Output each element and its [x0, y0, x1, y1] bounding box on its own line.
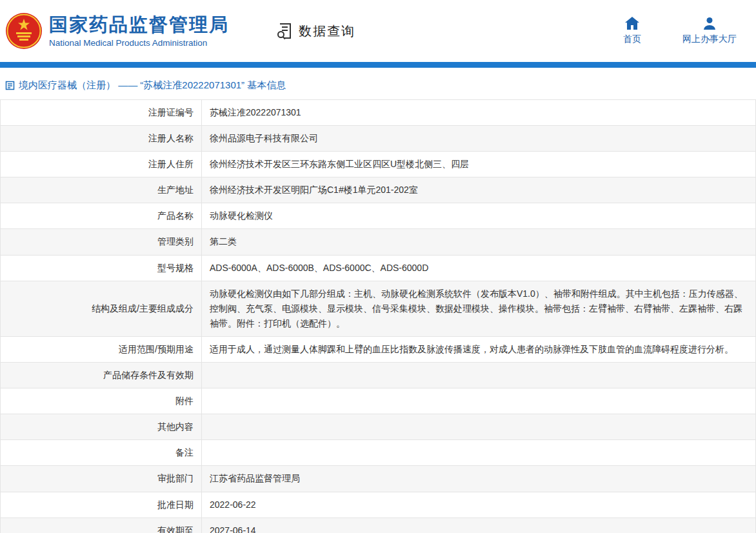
nav-service-hall-label: 网上办事大厅: [682, 34, 737, 45]
row-value: 徐州品源电子科技有限公司: [202, 126, 756, 152]
header-divider-bar: [0, 62, 756, 68]
row-label: 其他内容: [1, 414, 202, 440]
row-value: 适用于成人，通过测量人体脚踝和上臂的血压比指数及脉波传播速度，对成人患者的动脉弹…: [202, 336, 756, 362]
table-row: 适用范围/预期用途 适用于成人，通过测量人体脚踝和上臂的血压比指数及脉波传播速度…: [1, 336, 756, 362]
row-value: [202, 440, 756, 466]
nav-home-label: 首页: [623, 34, 641, 45]
row-value: 动脉硬化检测仪由如下几部分组成：主机、动脉硬化检测系统软件（发布版本V1.0）、…: [202, 281, 756, 336]
row-label: 审批部门: [1, 466, 202, 492]
table-row: 批准日期 2022-06-22: [1, 492, 756, 518]
table-row: 型号规格 ADS-6000A、ADS-6000B、ADS-6000C、ADS-6…: [1, 255, 756, 281]
table-row: 结构及组成/主要组成成分 动脉硬化检测仪由如下几部分组成：主机、动脉硬化检测系统…: [1, 281, 756, 336]
data-query-tab[interactable]: 数据查询: [275, 22, 355, 40]
row-label: 产品名称: [1, 203, 202, 229]
document-icon: [5, 81, 15, 90]
data-query-icon: [275, 22, 293, 40]
top-nav: 首页 网上办事大厅: [613, 17, 737, 45]
table-row: 产品名称 动脉硬化检测仪: [1, 203, 756, 229]
row-label: 注册人住所: [1, 152, 202, 177]
row-label: 适用范围/预期用途: [1, 336, 202, 362]
user-icon: [703, 17, 716, 30]
national-emblem-logo: [5, 12, 43, 50]
row-label: 批准日期: [1, 492, 202, 518]
row-label: 结构及组成/主要组成成分: [1, 281, 202, 336]
row-value: 2027-06-14: [202, 518, 756, 533]
breadcrumb-text: 境内医疗器械（注册） —— “苏械注准20222071301” 基本信息: [19, 79, 286, 92]
row-label: 附件: [1, 388, 202, 414]
row-label: 型号规格: [1, 255, 202, 281]
row-value: 徐州经济技术开发区明阳广场C1#楼1单元201-202室: [202, 177, 756, 203]
table-row: 附件: [1, 388, 756, 414]
row-value: ADS-6000A、ADS-6000B、ADS-6000C、ADS-6000D: [202, 255, 756, 281]
org-name-cn: 国家药品监督管理局: [49, 14, 229, 35]
breadcrumb: 境内医疗器械（注册） —— “苏械注准20222071301” 基本信息: [0, 68, 756, 99]
home-icon: [625, 17, 639, 30]
table-row: 注册人名称 徐州品源电子科技有限公司: [1, 126, 756, 152]
table-row: 生产地址 徐州经济技术开发区明阳广场C1#楼1单元201-202室: [1, 177, 756, 203]
row-label: 管理类别: [1, 229, 202, 255]
row-label: 产品储存条件及有效期: [1, 363, 202, 388]
nav-home[interactable]: 首页: [613, 17, 652, 45]
row-value: 动脉硬化检测仪: [202, 203, 756, 229]
row-value: [202, 414, 756, 440]
table-row: 管理类别 第二类: [1, 229, 756, 255]
registration-info-table: 注册证编号 苏械注准20222071301 注册人名称 徐州品源电子科技有限公司…: [0, 99, 756, 533]
table-row: 注册人住所 徐州经济技术开发区三环东路东侧工业区四区U型楼北侧三、四层: [1, 152, 756, 177]
row-value: 徐州经济技术开发区三环东路东侧工业区四区U型楼北侧三、四层: [202, 152, 756, 177]
row-value: 苏械注准20222071301: [202, 100, 756, 126]
row-value: [202, 363, 756, 388]
table-row: 有效期至 2027-06-14: [1, 518, 756, 533]
table-row: 其他内容: [1, 414, 756, 440]
row-label: 有效期至: [1, 518, 202, 533]
nav-service-hall[interactable]: 网上办事大厅: [682, 17, 737, 45]
data-query-label: 数据查询: [299, 23, 355, 40]
brand[interactable]: 国家药品监督管理局 National Medical Products Admi…: [5, 12, 229, 50]
row-label: 生产地址: [1, 177, 202, 203]
header: 国家药品监督管理局 National Medical Products Admi…: [0, 0, 756, 62]
row-value: 2022-06-22: [202, 492, 756, 518]
row-value: 江苏省药品监督管理局: [202, 466, 756, 492]
table-row: 备注: [1, 440, 756, 466]
row-label: 注册证编号: [1, 100, 202, 126]
table-row: 注册证编号 苏械注准20222071301: [1, 100, 756, 126]
row-value: [202, 388, 756, 414]
table-row: 产品储存条件及有效期: [1, 363, 756, 388]
org-name-en: National Medical Products Administration: [49, 38, 229, 48]
table-row: 审批部门 江苏省药品监督管理局: [1, 466, 756, 492]
row-value: 第二类: [202, 229, 756, 255]
row-label: 备注: [1, 440, 202, 466]
row-label: 注册人名称: [1, 126, 202, 152]
